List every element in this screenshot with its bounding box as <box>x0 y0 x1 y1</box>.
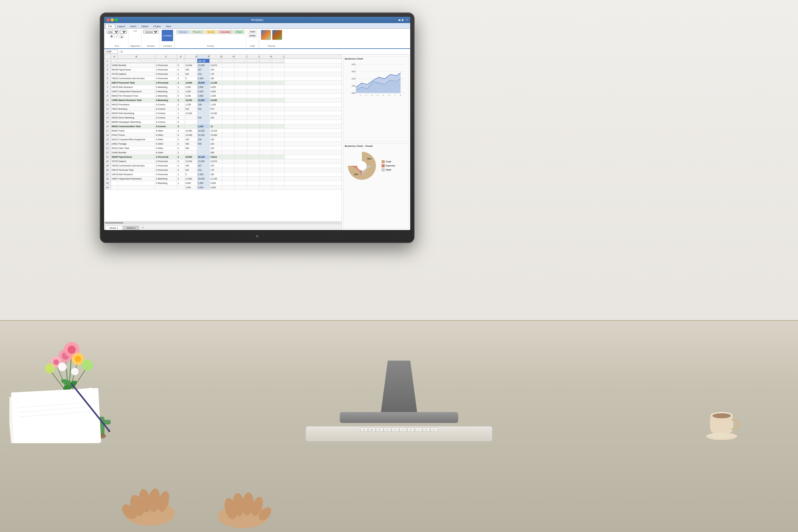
c-h[interactable] <box>222 164 235 168</box>
c-j[interactable] <box>247 181 260 185</box>
c-c[interactable]: 4-Other <box>155 142 177 146</box>
c-h[interactable] <box>222 111 235 115</box>
c-h[interactable] <box>222 133 235 137</box>
c-g[interactable]: 10,674 <box>210 159 222 163</box>
c-g[interactable]: 3,000 <box>210 186 222 189</box>
c-a[interactable]: 68508 <box>111 120 118 124</box>
col-header-k[interactable]: K <box>260 55 272 59</box>
bold-button[interactable]: B <box>110 34 114 38</box>
c-g[interactable]: 11,195 <box>210 177 222 181</box>
c-d[interactable] <box>177 186 185 189</box>
c-d[interactable]: 0 <box>177 68 185 72</box>
c-d[interactable]: 0 <box>177 168 185 172</box>
c-j[interactable] <box>247 72 260 76</box>
c-k[interactable] <box>260 177 272 181</box>
c-c[interactable]: 1-Personnal <box>155 172 177 176</box>
c-j[interactable] <box>247 159 260 163</box>
c-l[interactable] <box>272 107 285 111</box>
col-header-g[interactable]: G <box>210 55 222 59</box>
c-a[interactable]: 07421 <box>111 133 118 137</box>
c-a[interactable] <box>111 186 118 189</box>
c-g[interactable]: 5,000 <box>210 181 222 185</box>
c-g[interactable]: 189 <box>210 172 222 176</box>
h-feb16[interactable]: Feb-16 <box>210 59 222 63</box>
c-l[interactable] <box>272 133 285 137</box>
c-i[interactable] <box>235 129 247 133</box>
c-a[interactable]: 75321 <box>111 107 118 111</box>
c-l[interactable] <box>272 159 285 163</box>
c-j[interactable] <box>247 98 260 102</box>
tab-charts[interactable]: Charts <box>151 24 163 28</box>
c-l[interactable] <box>272 146 285 150</box>
c-a[interactable] <box>111 181 118 185</box>
c-d[interactable]: 0 <box>177 164 185 168</box>
cell-reference-input[interactable] <box>106 50 118 54</box>
c-b[interactable]: Personnel Total <box>118 81 155 85</box>
c-e[interactable]: 200 <box>185 137 197 141</box>
c-k[interactable] <box>260 107 272 111</box>
c-k[interactable] <box>260 125 272 128</box>
nav-back[interactable]: ◀ <box>398 18 400 21</box>
c-l[interactable] <box>272 68 285 72</box>
c-e[interactable]: 522 <box>185 107 197 111</box>
c-i[interactable] <box>235 76 247 80</box>
c-f[interactable] <box>197 151 210 155</box>
c-f[interactable]: 1,243 <box>197 125 210 128</box>
c-k[interactable] <box>260 137 272 141</box>
h-unit[interactable]: Unit <box>177 59 185 63</box>
c-c[interactable]: 4-Other <box>155 133 177 137</box>
c-k[interactable] <box>260 146 272 150</box>
c-l[interactable] <box>272 142 285 146</box>
c-h[interactable] <box>222 98 235 102</box>
c-e[interactable]: 1,239 <box>185 102 197 107</box>
c-h[interactable] <box>222 159 235 163</box>
c-k[interactable] <box>260 129 272 133</box>
c-h[interactable] <box>222 120 235 124</box>
c-j[interactable] <box>247 85 260 89</box>
col-header-l[interactable]: L <box>272 55 285 59</box>
c-d[interactable]: 0 <box>177 137 185 141</box>
close-btn[interactable] <box>107 18 110 21</box>
c-i[interactable] <box>235 164 247 168</box>
c-g[interactable]: 15,000 <box>210 133 222 137</box>
c-b[interactable]: Web Research <box>118 172 155 176</box>
c-a[interactable]: 17695 <box>111 98 118 102</box>
col-header-i[interactable]: I <box>235 55 247 59</box>
c-b[interactable] <box>118 181 155 185</box>
c-j[interactable] <box>247 116 260 120</box>
c-d[interactable]: 0 <box>177 155 185 159</box>
c-a[interactable]: 24601 <box>111 142 118 146</box>
c-c[interactable]: 2-Marketing <box>155 177 177 181</box>
c-b[interactable]: Postage <box>118 142 155 146</box>
c-c[interactable]: 2-Marketing <box>155 181 177 185</box>
c-c[interactable]: 1-Personnal <box>155 68 177 72</box>
c-c[interactable]: 1-Personnal <box>155 164 177 168</box>
c-b[interactable]: Promotions <box>118 102 155 107</box>
c-k[interactable] <box>260 186 272 189</box>
c-k[interactable] <box>260 102 272 107</box>
tab-tables[interactable]: Tables <box>139 24 151 28</box>
c-l[interactable] <box>272 172 285 176</box>
c-g[interactable]: 178 <box>210 72 222 76</box>
c-h[interactable] <box>222 90 235 94</box>
c-g[interactable]: 189 <box>210 76 222 80</box>
c-d[interactable]: 0 <box>177 76 185 80</box>
c-b[interactable]: Branding <box>118 107 155 111</box>
c-l[interactable] <box>272 116 285 120</box>
c-e[interactable]: 20,583 <box>185 155 197 159</box>
c-f[interactable]: 347 <box>197 68 210 72</box>
c-d[interactable]: 0 <box>177 159 185 163</box>
c-i[interactable] <box>235 85 247 89</box>
c-c[interactable]: 3-Commu <box>155 111 177 115</box>
c-h[interactable] <box>222 102 235 107</box>
c-g[interactable]: 100 <box>210 142 222 146</box>
c-i[interactable] <box>235 81 247 85</box>
c-l[interactable] <box>272 111 285 115</box>
c-b[interactable]: Computer/Office Equipment <box>118 137 155 141</box>
add-sheet-btn[interactable]: + <box>140 225 146 230</box>
c-l[interactable] <box>272 98 285 102</box>
c-l[interactable] <box>272 120 285 124</box>
c-k[interactable] <box>260 76 272 80</box>
number-format-select[interactable]: General <box>144 30 158 34</box>
c-d[interactable]: 4 <box>177 129 185 133</box>
